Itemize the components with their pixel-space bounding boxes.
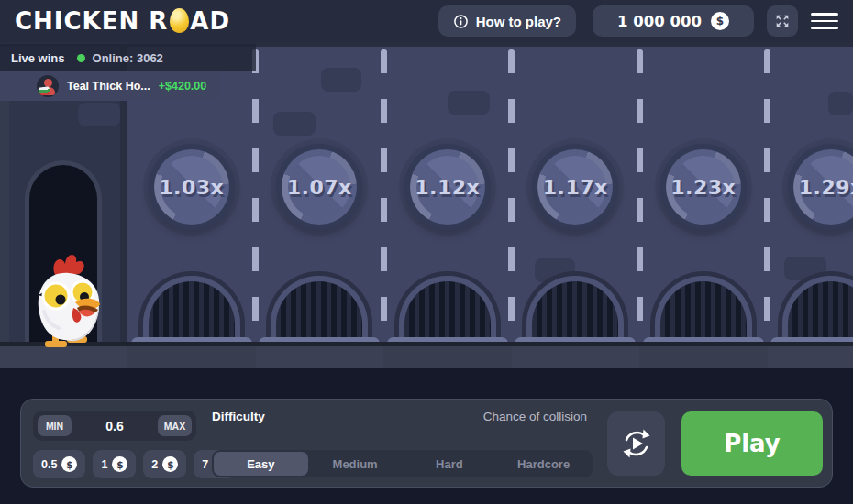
chance-of-collision-label: Chance of collision xyxy=(483,410,587,423)
tab-hardcore[interactable]: Hardcore xyxy=(496,452,591,476)
sewer-grate xyxy=(770,275,853,349)
online-count: Online: 3062 xyxy=(93,51,163,65)
app-logo: CHICKEN R AD xyxy=(15,7,230,35)
difficulty-tabs: Easy Medium Hard Hardcore xyxy=(212,450,593,477)
quick-bet-row: 0.5 $ 1 $ 2 $ 7 $ xyxy=(33,450,237,478)
lane: 1.23x xyxy=(639,42,768,368)
lane-divider xyxy=(508,49,515,346)
road-patch xyxy=(78,103,120,126)
win-amount: +$420.00 xyxy=(159,80,206,93)
quick-bet-label: 2 xyxy=(151,458,158,471)
avatar xyxy=(37,75,59,97)
multiplier-disc: 1.29x xyxy=(788,144,853,230)
lane-divider xyxy=(637,49,643,346)
multiplier-disc: 1.17x xyxy=(532,144,618,230)
fullscreen-button[interactable] xyxy=(767,5,798,37)
balance-value: 1 000 000 xyxy=(617,13,702,30)
how-to-play-label: How to play? xyxy=(476,14,561,29)
multiplier-label: 1.17x xyxy=(543,176,608,199)
hamburger-menu-icon[interactable] xyxy=(811,5,838,37)
quick-bet-label: 0.5 xyxy=(41,458,57,471)
sidewalk xyxy=(0,342,853,368)
fullscreen-icon xyxy=(774,13,791,29)
winner-name: Teal Thick Ho... xyxy=(67,80,150,93)
multiplier-disc: 1.12x xyxy=(404,144,491,230)
live-win-entry: Teal Thick Ho... +$420.00 xyxy=(0,71,219,101)
chicken-character xyxy=(18,247,110,352)
lane: 1.07x xyxy=(256,42,384,368)
chicken-road-app: CHICKEN R AD How to play? 1 000 000 $ xyxy=(0,0,853,504)
difficulty-label: Difficulty xyxy=(212,410,265,423)
dollar-coin-icon: $ xyxy=(61,456,77,472)
autoplay-button[interactable] xyxy=(607,411,665,476)
lane: 1.29x xyxy=(768,42,853,368)
min-bet-button[interactable]: MIN xyxy=(38,415,72,436)
max-bet-button[interactable]: MAX xyxy=(158,415,192,436)
live-wins-header: Live wins Online: 3062 xyxy=(0,44,256,71)
egg-icon xyxy=(170,8,189,33)
logo-text-suffix: AD xyxy=(190,7,230,35)
header: CHICKEN R AD How to play? 1 000 000 $ xyxy=(0,0,853,42)
quick-bet-0.5-button[interactable]: 0.5 $ xyxy=(33,450,85,478)
lane: 1.17x xyxy=(512,42,640,368)
multiplier-label: 1.03x xyxy=(159,176,224,199)
balance-display: 1 000 000 $ xyxy=(593,5,754,37)
multiplier-label: 1.07x xyxy=(287,176,352,199)
lane-divider xyxy=(252,49,259,346)
bet-value[interactable]: 0.6 xyxy=(72,419,158,433)
tab-easy[interactable]: Easy xyxy=(214,452,308,476)
logo-text-prefix: CHICKEN R xyxy=(15,7,168,35)
tab-medium[interactable]: Medium xyxy=(308,452,403,476)
quick-bet-label: 7 xyxy=(202,458,208,471)
sewer-grate xyxy=(131,275,252,349)
sewer-grate xyxy=(643,275,764,349)
quick-bet-label: 1 xyxy=(101,458,107,471)
how-to-play-button[interactable]: How to play? xyxy=(438,5,576,37)
multiplier-label: 1.29x xyxy=(799,176,853,199)
lane: 1.12x xyxy=(383,42,512,368)
info-icon xyxy=(453,14,469,29)
lane-divider xyxy=(764,49,770,346)
multiplier-disc: 1.03x xyxy=(149,144,235,230)
sewer-grate xyxy=(387,275,508,349)
live-wins-title: Live wins xyxy=(11,51,65,65)
dollar-coin-icon: $ xyxy=(711,12,729,30)
tab-hard[interactable]: Hard xyxy=(403,452,497,476)
sewer-grate xyxy=(259,275,380,349)
online-dot-icon xyxy=(77,54,85,62)
dollar-coin-icon: $ xyxy=(112,456,127,472)
multiplier-label: 1.23x xyxy=(670,176,736,199)
game-board: 1.03x 1.07x 1.12x 1. xyxy=(0,42,853,368)
multiplier-disc: 1.07x xyxy=(276,144,362,230)
lanes: 1.03x 1.07x 1.12x 1. xyxy=(127,42,853,368)
sewer-grate xyxy=(515,275,636,349)
multiplier-label: 1.12x xyxy=(415,176,480,199)
play-button[interactable]: Play xyxy=(681,411,823,476)
flag-icon xyxy=(39,86,50,95)
quick-bet-2-button[interactable]: 2 $ xyxy=(143,450,186,478)
multiplier-disc: 1.23x xyxy=(660,144,747,230)
lane-divider xyxy=(381,49,387,346)
bet-control-panel: MIN 0.6 MAX 0.5 $ 1 $ 2 $ 7 $ Difficulty… xyxy=(20,399,833,488)
autoplay-icon xyxy=(620,427,653,460)
dollar-coin-icon: $ xyxy=(162,456,178,472)
bet-amount-input[interactable]: MIN 0.6 MAX xyxy=(33,411,196,441)
quick-bet-1-button[interactable]: 1 $ xyxy=(93,450,136,478)
